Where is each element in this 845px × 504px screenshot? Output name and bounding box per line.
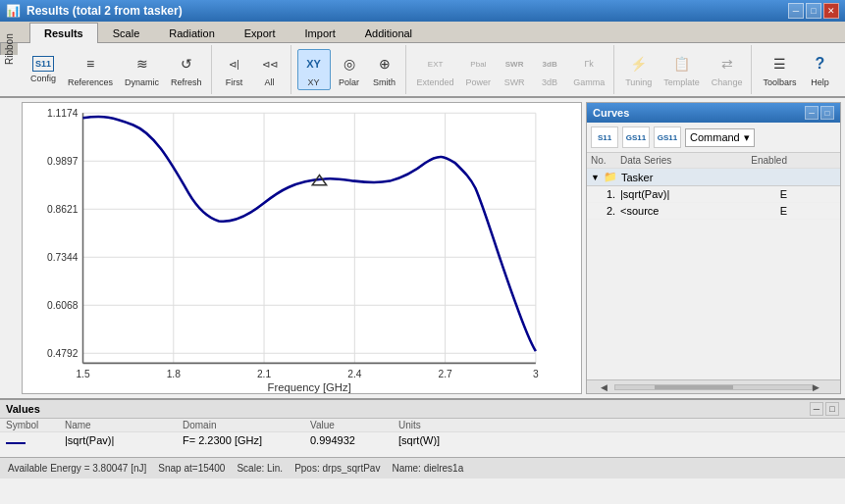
first-icon: ⊲|: [223, 52, 246, 76]
row-1-enabled: E: [704, 188, 787, 200]
power-button: Pbal Power: [461, 49, 497, 90]
svg-text:0.4792: 0.4792: [47, 348, 79, 359]
scroll-thumb[interactable]: [655, 385, 733, 389]
first-button[interactable]: ⊲| First: [218, 49, 251, 90]
extended-icon: EXT: [424, 52, 448, 76]
all-label: All: [265, 77, 275, 87]
curves-panel: Curves ─ □ S11 GS11 GS11 Command ▾ No. D…: [586, 102, 841, 394]
maximize-button[interactable]: □: [806, 3, 821, 19]
config-icon: S11: [32, 56, 54, 72]
references-button[interactable]: ≡ References: [63, 49, 118, 90]
values-minimize-button[interactable]: ─: [810, 402, 823, 416]
refresh-button[interactable]: ↺ Refresh: [166, 49, 207, 90]
polar-icon: ◎: [338, 52, 361, 76]
values-row-units: [sqrt(W)]: [398, 434, 477, 446]
curves-gs11-2-button[interactable]: GS11: [654, 126, 681, 148]
svg-text:2.4: 2.4: [347, 369, 362, 379]
smith-button[interactable]: ⊕ Smith: [368, 49, 401, 90]
dynamic-button[interactable]: ≋ Dynamic: [120, 49, 164, 90]
references-icon: ≡: [79, 52, 102, 76]
row-1-data-series: |sqrt(Pav)|: [620, 188, 704, 200]
values-col-symbol: Symbol: [6, 420, 65, 430]
tab-scale[interactable]: Scale: [98, 23, 155, 43]
svg-text:1.5: 1.5: [76, 369, 90, 379]
extended-button: EXT Extended: [412, 49, 459, 90]
curves-col-data-series: Data Series: [620, 155, 704, 166]
smith-label: Smith: [373, 77, 396, 87]
toolbars-icon: ☰: [767, 52, 791, 76]
close-button[interactable]: ✕: [823, 3, 839, 19]
curves-group-tasker[interactable]: ▼ 📁 Tasker: [587, 169, 840, 186]
curves-col-no: No.: [591, 155, 620, 166]
curves-minimize-button[interactable]: ─: [805, 106, 819, 120]
tab-additional[interactable]: Additional: [350, 23, 427, 43]
curves-tree: ▼ 📁 Tasker 1. |sqrt(Pav)| E 2. <source E: [587, 169, 840, 275]
toolbar-group-chart-types: XY XY ◎ Polar ⊕ Smith: [293, 45, 406, 94]
status-bar: Available Energy = 3.80047 [nJ] Snap at=…: [0, 457, 845, 479]
curves-row-1[interactable]: 1. |sqrt(Pav)| E: [587, 186, 840, 203]
tab-import[interactable]: Import: [290, 23, 350, 43]
tab-radiation[interactable]: Radiation: [154, 23, 229, 43]
polar-button[interactable]: ◎ Polar: [333, 49, 366, 90]
refresh-label: Refresh: [171, 77, 202, 87]
curves-dropdown-arrow: ▾: [744, 131, 750, 144]
refresh-icon: ↺: [175, 52, 198, 76]
values-header-controls: ─ □: [810, 402, 839, 416]
values-header: Values ─ □: [0, 400, 845, 419]
values-maximize-button[interactable]: □: [825, 402, 839, 416]
svg-text:1.8: 1.8: [167, 369, 182, 379]
tab-export[interactable]: Export: [230, 23, 290, 43]
all-button[interactable]: ⊲⊲ All: [253, 49, 287, 90]
toolbar-group-tools: ⚡ Tuning 📋 Template ⇄ Change: [616, 45, 752, 94]
values-data-row: |sqrt(Pav)| F= 2.2300 [GHz] 0.994932 [sq…: [0, 432, 845, 448]
scroll-right-button[interactable]: ▶: [813, 382, 826, 392]
help-button[interactable]: ? Help: [803, 49, 836, 90]
status-ppos: Ppos: drps_sqrtPav: [294, 463, 380, 474]
tuning-button: ⚡ Tuning: [620, 49, 657, 90]
curves-toolbar: S11 GS11 GS11 Command ▾: [587, 123, 840, 153]
scroll-track: [614, 384, 813, 390]
dynamic-icon: ≋: [131, 52, 154, 76]
tab-results[interactable]: Results: [29, 23, 98, 43]
dynamic-label: Dynamic: [125, 77, 159, 87]
extended-label: Extended: [417, 77, 454, 87]
tasker-label: Tasker: [621, 172, 653, 183]
tuning-label: Tuning: [625, 77, 652, 87]
curves-gs11-1-button[interactable]: GS11: [622, 126, 650, 148]
change-icon: ⇄: [715, 52, 739, 76]
svg-text:1.1174: 1.1174: [47, 108, 79, 119]
chart-svg: 1.1174 0.9897 0.8621 0.7344 0.6068 0.479…: [23, 103, 581, 393]
toolbars-button[interactable]: ☰ Toolbars: [758, 49, 801, 90]
swr-button: SWR SWR: [498, 49, 531, 90]
gamma-button: Γk Gamma: [568, 49, 609, 90]
row-2-enabled: E: [704, 205, 787, 217]
power-label: Power: [466, 77, 492, 87]
power-icon: Pbal: [466, 52, 490, 76]
curves-dropdown-label: Command: [690, 131, 740, 143]
config-button[interactable]: S11 Config: [26, 53, 61, 86]
minimize-button[interactable]: ─: [788, 3, 804, 19]
change-label: Change: [712, 77, 743, 87]
swr-label: SWR: [504, 77, 525, 87]
curves-s11-button[interactable]: S11: [591, 126, 618, 148]
svg-text:0.9897: 0.9897: [47, 156, 79, 167]
curves-header-controls: ─ □: [805, 106, 834, 120]
template-button: 📋 Template: [659, 49, 705, 90]
curves-scrollbar[interactable]: ◀ ▶: [587, 379, 840, 393]
3db-label: 3dB: [542, 77, 557, 87]
curves-maximize-button[interactable]: □: [820, 106, 834, 120]
curves-command-dropdown[interactable]: Command ▾: [685, 128, 755, 147]
help-label: Help: [811, 77, 829, 87]
values-title: Values: [6, 403, 40, 415]
scroll-left-button[interactable]: ◀: [601, 382, 614, 392]
app-icon: 📊: [6, 4, 21, 18]
values-table-header: Symbol Name Domain Value Units: [0, 419, 845, 432]
curves-row-2[interactable]: 2. <source E: [587, 203, 840, 220]
ribbon-toolbar: S11 Config ≡ References ≋ Dynamic ↺ Refr…: [0, 43, 845, 98]
status-scale: Scale: Lin.: [237, 463, 283, 474]
help-icon: ?: [808, 52, 831, 76]
xy-button[interactable]: XY XY: [297, 49, 331, 90]
chart-container[interactable]: 1.1174 0.9897 0.8621 0.7344 0.6068 0.479…: [22, 102, 582, 394]
window-title: Results (total 2 from tasker): [26, 4, 782, 18]
ribbon-tab-bar: Results Scale Radiation Export Import Ad…: [0, 22, 845, 43]
